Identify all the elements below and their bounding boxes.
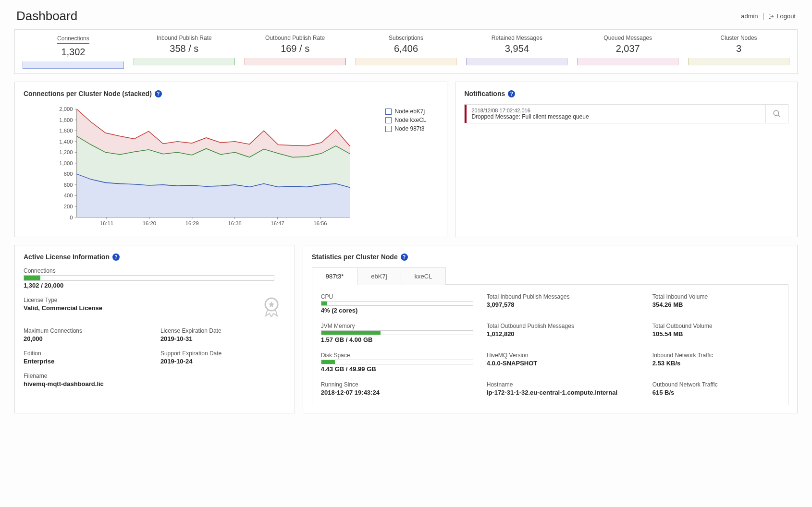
svg-text:1,200: 1,200 (59, 149, 73, 155)
license-sup-label: Support Expiration Date (160, 350, 286, 357)
legend-item[interactable]: Node 987t3 (385, 125, 438, 132)
jvm-label: JVM Memory (321, 323, 473, 329)
svg-line-38 (778, 115, 780, 117)
metric-tile[interactable]: Retained Messages3,954 (461, 35, 572, 69)
jvm-value: 1.57 GB / 4.00 GB (321, 336, 473, 343)
since-value: 2018-12-07 19:43:24 (321, 389, 473, 396)
notification-message: Dropped Message: Full client message que… (471, 113, 761, 120)
metric-label: Connections (57, 35, 89, 44)
cpu-bar (321, 301, 473, 306)
license-file-value: hivemq-mqtt-dashboard.lic (24, 380, 149, 387)
tout-value: 1,012,820 (487, 330, 639, 338)
legend-swatch-icon (385, 126, 392, 132)
license-type-label: License Type (24, 297, 250, 303)
legend-item[interactable]: Node kxeCL (385, 117, 438, 123)
cpu-label: CPU (321, 293, 473, 300)
license-title: Active License Information (24, 253, 110, 261)
license-exp-label: License Expiration Date (160, 327, 286, 334)
notification-list: 2018/12/08 17:02:42.016Dropped Message: … (464, 104, 788, 123)
node-tab[interactable]: ebK7j (357, 267, 401, 285)
chart-legend: Node ebK7jNode kxeCLNode 987t3 (381, 104, 438, 229)
help-icon[interactable]: ? (155, 90, 162, 97)
legend-item[interactable]: Node ebK7j (385, 108, 438, 115)
metric-label: Retained Messages (462, 35, 571, 41)
since-label: Running Since (321, 381, 473, 388)
license-connections-label: Connections (24, 267, 274, 274)
metric-sparkline (688, 58, 789, 65)
disk-bar (321, 360, 473, 364)
metric-value: 1,302 (19, 47, 128, 58)
node-tabs: 987t3*ebK7jkxeCL (312, 267, 788, 285)
int-value: 2.53 KB/s (652, 360, 779, 367)
node-stats-body: CPU 4% (2 cores) Total Inbound Publish M… (312, 284, 788, 405)
svg-text:1,600: 1,600 (59, 128, 73, 133)
metric-tile[interactable]: Inbound Publish Rate358 / s (129, 35, 240, 69)
tov-value: 105.54 MB (652, 330, 779, 338)
help-icon[interactable]: ? (401, 254, 408, 261)
logout-link[interactable]: Logout (768, 12, 796, 20)
node-tab[interactable]: kxeCL (401, 267, 446, 285)
notification-timestamp: 2018/12/08 17:02:42.016 (471, 108, 761, 113)
license-exp-value: 2019-10-31 (160, 335, 286, 342)
license-connections-bar (24, 275, 274, 281)
metric-label: Inbound Publish Rate (130, 35, 239, 41)
license-file-label: Filename (24, 373, 149, 379)
metric-value: 6,406 (352, 43, 461, 54)
metric-tile[interactable]: Subscriptions6,406 (351, 35, 462, 69)
svg-text:600: 600 (64, 182, 73, 188)
metric-label: Queued Messages (573, 35, 682, 41)
help-icon[interactable]: ? (112, 254, 120, 261)
license-edition-value: Enterprise (24, 358, 149, 365)
logout-icon (768, 13, 774, 19)
host-value: ip-172-31-1-32.eu-central-1.compute.inte… (487, 389, 639, 396)
svg-text:1,000: 1,000 (59, 160, 73, 166)
metric-tile[interactable]: Outbound Publish Rate169 / s (240, 35, 351, 69)
current-user: admin (741, 12, 758, 20)
license-connections-value: 1,302 / 20,000 (24, 282, 274, 289)
host-label: Hostname (487, 381, 639, 388)
ver-label: HiveMQ Version (487, 352, 639, 359)
legend-label: Node kxeCL (394, 117, 426, 123)
metric-value: 3 (684, 43, 793, 54)
metrics-strip: Connections1,302Inbound Publish Rate358 … (14, 29, 798, 74)
tout-label: Total Outbound Publish Messages (487, 323, 639, 329)
ont-value: 615 B/s (652, 389, 779, 396)
int-label: Inbound Network Traffic (652, 352, 779, 359)
svg-text:16:47: 16:47 (271, 220, 284, 226)
jvm-bar (321, 330, 473, 335)
svg-text:16:56: 16:56 (313, 220, 327, 226)
legend-label: Node ebK7j (394, 108, 425, 115)
disk-label: Disk Space (321, 352, 473, 359)
svg-text:1,400: 1,400 (59, 139, 73, 145)
chart-title: Connections per Cluster Node (stacked) (24, 90, 152, 97)
svg-text:2,000: 2,000 (59, 106, 73, 112)
legend-label: Node 987t3 (394, 125, 424, 132)
svg-text:200: 200 (64, 204, 73, 209)
license-max-label: Maximum Connections (24, 327, 149, 334)
node-tab[interactable]: 987t3* (312, 267, 358, 285)
metric-label: Subscriptions (352, 35, 461, 41)
svg-point-37 (774, 110, 779, 116)
metric-sparkline (577, 58, 678, 65)
legend-swatch-icon (385, 117, 392, 123)
svg-text:400: 400 (64, 193, 73, 198)
metric-tile[interactable]: Connections1,302 (18, 35, 129, 69)
notification-inspect-button[interactable] (765, 105, 788, 123)
metric-sparkline (134, 58, 235, 65)
connections-chart-card: Connections per Cluster Node (stacked) ?… (14, 82, 447, 237)
ont-label: Outbound Network Traffic (652, 381, 779, 388)
tiv-label: Total Inbound Volume (652, 293, 779, 300)
search-icon (773, 109, 781, 118)
separator (763, 13, 763, 20)
metric-tile[interactable]: Cluster Nodes3 (683, 35, 794, 69)
svg-text:16:29: 16:29 (185, 220, 199, 226)
cpu-value: 4% (2 cores) (321, 307, 473, 314)
notifications-card: Notifications ? 2018/12/08 17:02:42.016D… (455, 82, 798, 237)
svg-text:16:20: 16:20 (143, 220, 156, 226)
tin-label: Total Inbound Publish Messages (487, 293, 639, 300)
metric-tile[interactable]: Queued Messages2,037 (572, 35, 683, 69)
metric-sparkline (356, 58, 457, 65)
svg-text:1,800: 1,800 (59, 117, 73, 123)
help-icon[interactable]: ? (508, 90, 515, 97)
license-sup-value: 2019-10-24 (160, 358, 286, 365)
